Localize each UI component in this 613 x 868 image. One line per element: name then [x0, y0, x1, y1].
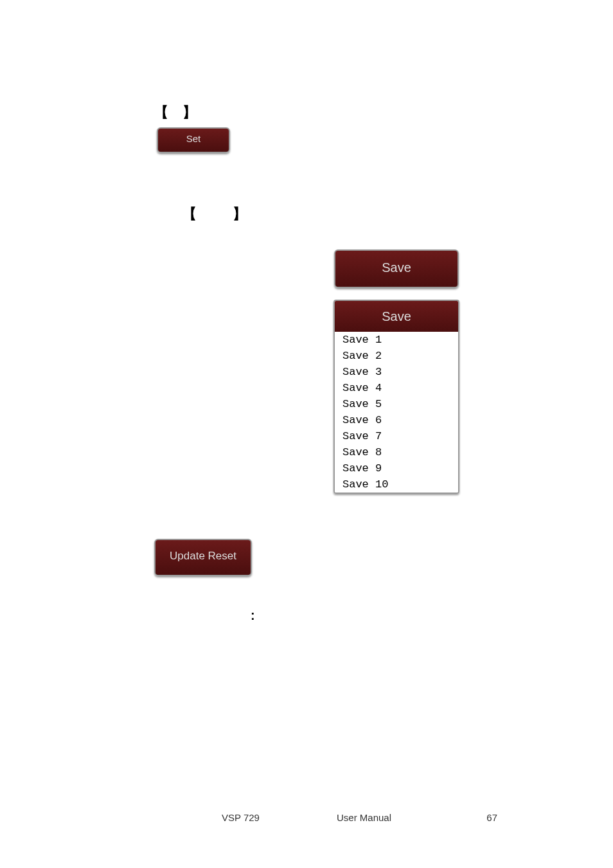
save-dropdown-item[interactable]: Save 6 [335, 412, 458, 428]
save-button[interactable]: Save [334, 249, 459, 288]
bracket-left-2: 【 [182, 204, 197, 224]
save-dropdown-item[interactable]: Save 3 [335, 364, 458, 380]
bracket-left-1: 【 [154, 103, 168, 122]
save-dropdown-item[interactable]: Save 5 [335, 396, 458, 412]
save-dropdown-item[interactable]: Save 7 [335, 428, 458, 444]
bracket-right-1: 】 [182, 103, 197, 122]
save-dropdown[interactable]: Save Save 1 Save 2 Save 3 Save 4 Save 5 … [333, 300, 459, 494]
save-dropdown-header: Save [335, 301, 458, 332]
save-dropdown-item[interactable]: Save 4 [335, 380, 458, 396]
set-button[interactable]: Set [157, 127, 230, 153]
footer-title: User Manual [337, 812, 391, 823]
update-reset-button[interactable]: Update Reset [154, 539, 252, 576]
footer-product: VSP 729 [222, 812, 260, 823]
save-dropdown-item[interactable]: Save 8 [335, 444, 458, 460]
save-dropdown-item[interactable]: Save 9 [335, 460, 458, 476]
save-dropdown-item[interactable]: Save 2 [335, 348, 458, 364]
save-dropdown-item[interactable]: Save 1 [335, 332, 458, 348]
colon-text: : [251, 608, 255, 622]
save-dropdown-item[interactable]: Save 10 [335, 476, 458, 493]
footer-page-number: 67 [486, 812, 497, 823]
bracket-right-2: 】 [233, 204, 247, 224]
